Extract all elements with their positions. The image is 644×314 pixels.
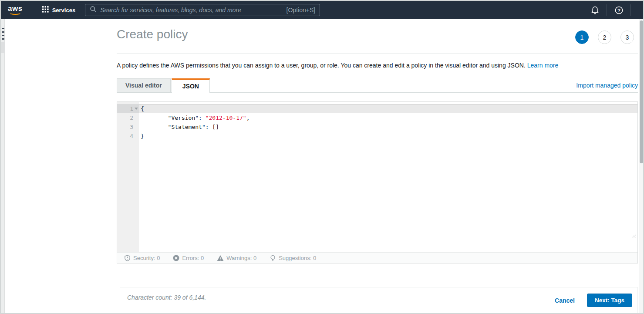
- svg-text:?: ?: [617, 7, 620, 13]
- step-2-indicator: 2: [598, 30, 611, 44]
- code-line[interactable]: 4 }: [117, 132, 637, 141]
- character-count: Character count: 39 of 6,144.: [127, 294, 206, 301]
- error-icon: [173, 255, 179, 261]
- notifications-button[interactable]: [588, 3, 601, 17]
- lightbulb-icon: [270, 255, 276, 261]
- warnings-status-label: Warnings: 0: [226, 255, 256, 261]
- description-text: A policy defines the AWS permissions tha…: [117, 62, 527, 69]
- top-navigation-bar: aws Services Search for services, featur…: [1, 1, 643, 19]
- errors-status-label: Errors: 0: [182, 255, 204, 261]
- policy-description-text: A policy defines the AWS permissions tha…: [117, 61, 631, 69]
- json-policy-editor[interactable]: 1 { 2 "Version": "2012-10-17", 3 "Statem…: [117, 101, 638, 263]
- next-tags-button[interactable]: Next: Tags: [587, 294, 632, 307]
- topbar-right-group: ?: [588, 3, 636, 17]
- hamburger-menu-icon: [2, 31, 4, 33]
- scrollbar-thumb[interactable]: [640, 20, 643, 163]
- topbar-divider: [631, 4, 631, 16]
- editor-tabbar: Visual editor JSON Import managed policy: [117, 78, 638, 93]
- security-status-label: Security: 0: [133, 255, 160, 261]
- search-icon: [90, 6, 97, 14]
- fold-arrow-icon[interactable]: [135, 108, 138, 110]
- code-plain: "Version":: [141, 115, 206, 121]
- aws-smile-swoosh: [9, 11, 21, 15]
- shield-icon: [124, 255, 131, 261]
- warning-icon: [217, 255, 224, 261]
- code-text: "Version": "2012-10-17",: [139, 113, 637, 122]
- search-input[interactable]: Search for services, features, blogs, do…: [85, 4, 320, 16]
- wizard-steps: 1 2 3: [575, 30, 634, 44]
- code-line[interactable]: 3 "Statement": []: [117, 122, 637, 132]
- search-placeholder: Search for services, features, blogs, do…: [100, 7, 241, 14]
- editor-status-bar: Security: 0 Errors: 0 Warnings: 0: [117, 252, 637, 263]
- line-number: 1: [117, 104, 139, 113]
- topbar-divider: [607, 4, 607, 16]
- hamburger-menu-icon: [2, 28, 4, 29]
- wizard-footer: Character count: 39 of 6,144. Cancel Nex…: [120, 287, 638, 313]
- search-shortcut-hint: [Option+S]: [287, 7, 316, 14]
- services-menu[interactable]: Services: [40, 6, 78, 14]
- code-rows: 1 { 2 "Version": "2012-10-17", 3 "Statem…: [117, 104, 637, 141]
- editor-resize-handle[interactable]: [630, 233, 636, 239]
- bell-icon: [590, 6, 600, 15]
- code-plain: ,: [246, 115, 250, 121]
- tab-visual-editor[interactable]: Visual editor: [117, 78, 171, 92]
- warnings-status: Warnings: 0: [217, 255, 256, 261]
- code-text: }: [139, 132, 637, 141]
- page-scrollbar[interactable]: [639, 19, 643, 313]
- suggestions-status: Suggestions: 0: [270, 255, 316, 261]
- topbar-divider: [35, 4, 35, 16]
- page-title: Create policy: [117, 27, 188, 41]
- rail-shadow-block: [1, 42, 5, 53]
- code-area[interactable]: 1 { 2 "Version": "2012-10-17", 3 "Statem…: [117, 102, 637, 252]
- code-line[interactable]: 2 "Version": "2012-10-17",: [117, 113, 637, 122]
- learn-more-link[interactable]: Learn more: [527, 62, 559, 69]
- hamburger-menu-icon: [2, 35, 4, 36]
- tab-json[interactable]: JSON: [172, 78, 210, 93]
- step-1-indicator: 1: [575, 30, 589, 44]
- help-icon: ?: [614, 6, 624, 15]
- errors-status: Errors: 0: [173, 255, 204, 261]
- help-button[interactable]: ?: [612, 3, 625, 17]
- import-managed-policy-link[interactable]: Import managed policy: [576, 82, 638, 89]
- services-label: Services: [52, 7, 76, 14]
- step-3-indicator: 3: [620, 30, 634, 44]
- cancel-button[interactable]: Cancel: [555, 297, 575, 304]
- code-string-token: "2012-10-17": [206, 115, 246, 121]
- line-number: 4: [117, 132, 139, 141]
- services-grid-icon: [42, 6, 49, 14]
- footer-actions: Cancel Next: Tags: [555, 294, 632, 307]
- line-number: 3: [117, 122, 139, 132]
- header-divider: [117, 53, 638, 54]
- collapsed-sidebar-rail[interactable]: [1, 19, 5, 313]
- code-text: {: [139, 104, 637, 113]
- line-number: 2: [117, 113, 139, 122]
- code-line[interactable]: 1 {: [117, 104, 637, 113]
- hamburger-menu-icon: [2, 38, 4, 40]
- code-text: "Statement": []: [139, 122, 637, 132]
- security-status: Security: 0: [124, 255, 160, 261]
- aws-logo[interactable]: aws: [8, 5, 23, 15]
- suggestions-status-label: Suggestions: 0: [279, 255, 316, 261]
